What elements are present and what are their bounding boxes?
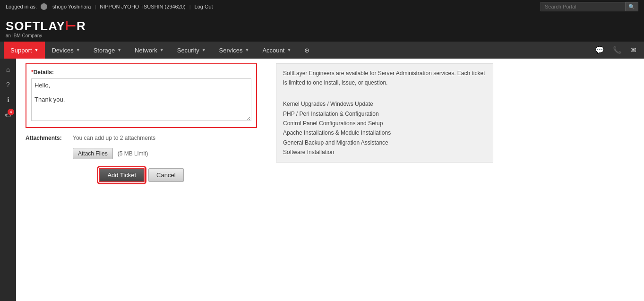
chevron-down-icon: ▼	[34, 48, 39, 52]
nav-item-more[interactable]: ⊕	[298, 42, 316, 59]
chevron-down-icon: ▼	[245, 48, 249, 52]
info-item-5: General Backup and Migration Assistance	[283, 138, 486, 147]
search-button[interactable]: 🔍	[626, 2, 638, 11]
info-item-1: Kernel Upgrades / Windows Update	[283, 99, 486, 109]
attachments-info: You can add up to 2 attachments	[73, 135, 155, 141]
info-item-6: Software Installation	[283, 147, 486, 157]
info-items-list: Kernel Upgrades / Windows Update PHP / P…	[283, 99, 486, 157]
nav-item-support[interactable]: Support ▼	[4, 42, 45, 59]
message-icon[interactable]: ✉	[628, 46, 638, 54]
company-label: NIPPON JYOHO TSUSHIN (294620)	[100, 4, 185, 9]
logo-text: SOFTLAY⊢R	[6, 20, 86, 32]
sidebar-item-info[interactable]: ℹ	[1, 93, 15, 107]
content-left: *Details: Hello, Thank you, Attachments:…	[26, 63, 257, 192]
separator1: |	[94, 4, 96, 9]
nav-item-account[interactable]: Account ▼	[256, 42, 298, 59]
phone-icon[interactable]: 📞	[611, 46, 624, 54]
home-icon: ⌂	[6, 66, 10, 73]
page-layout: ⌂ ? ℹ 🏷 4 *Details: Hello, Thank you,	[0, 59, 644, 301]
nav-item-devices[interactable]: Devices ▼	[45, 42, 86, 59]
chat-icon[interactable]: 💬	[593, 46, 606, 54]
help-icon: ?	[6, 81, 10, 88]
nav-item-network[interactable]: Network ▼	[128, 42, 171, 59]
details-label: *Details:	[31, 69, 251, 76]
cancel-button[interactable]: Cancel	[148, 168, 183, 182]
add-ticket-button[interactable]: Add Ticket	[99, 168, 145, 182]
chevron-down-icon: ▼	[117, 48, 121, 52]
top-bar: Logged in as: shogo Yoshihara | NIPPON J…	[0, 0, 644, 13]
nav-item-services[interactable]: Services ▼	[213, 42, 256, 59]
logged-in-label: Logged in as:	[6, 4, 37, 9]
chevron-down-icon: ▼	[202, 48, 206, 52]
search-input[interactable]	[541, 2, 626, 11]
chevron-down-icon: ▼	[287, 48, 291, 52]
logo-end-text: R	[77, 19, 86, 33]
content-right: SoftLayer Engineers are available for Se…	[266, 63, 635, 192]
sidebar-item-help[interactable]: ?	[1, 77, 15, 92]
info-icon: ℹ	[7, 96, 9, 103]
more-icon: ⊕	[304, 47, 309, 54]
info-item-2: PHP / Perl Installation & Configuration	[283, 109, 486, 119]
nav-item-security[interactable]: Security ▼	[171, 42, 213, 59]
attachments-row: Attachments: You can add up to 2 attachm…	[26, 135, 257, 141]
separator2: |	[189, 4, 191, 9]
details-section: *Details: Hello, Thank you,	[26, 63, 257, 128]
details-textarea[interactable]: Hello, Thank you,	[31, 78, 251, 121]
header: SOFTLAY⊢R an IBM Company	[0, 13, 644, 42]
chevron-down-icon: ▼	[76, 48, 80, 52]
attach-files-row: Attach Files (5 MB Limit)	[26, 148, 257, 159]
details-label-text: Details:	[34, 69, 54, 76]
user-icon	[41, 3, 47, 10]
nav-right-icons: 💬 📞 ✉	[593, 42, 644, 59]
size-limit-text: (5 MB Limit)	[118, 150, 148, 157]
info-item-4: Apache Installations & Module Installati…	[283, 128, 486, 138]
search-area: 🔍	[541, 2, 638, 11]
sidebar-item-home[interactable]: ⌂	[1, 62, 15, 77]
logo-slash-icon: ⊢	[65, 19, 77, 33]
sidebar-item-tags[interactable]: 🏷 4	[1, 108, 15, 122]
sidebar: ⌂ ? ℹ 🏷 4	[0, 59, 16, 301]
attach-files-button[interactable]: Attach Files	[73, 148, 113, 159]
info-item-3: Control Panel Configurations and Setup	[283, 119, 486, 128]
logo: SOFTLAY⊢R an IBM Company	[6, 20, 86, 38]
logo-sub-text: an IBM Company	[6, 33, 42, 38]
logout-link[interactable]: Log Out	[195, 4, 213, 9]
content-flex: *Details: Hello, Thank you, Attachments:…	[26, 63, 635, 192]
username-link[interactable]: shogo Yoshihara	[52, 4, 91, 9]
nav-item-storage[interactable]: Storage ▼	[87, 42, 128, 59]
account-id-link[interactable]: 294620	[166, 4, 184, 9]
logo-main-text: SOFTLAY	[6, 19, 65, 33]
attachments-label: Attachments:	[26, 135, 68, 141]
chevron-down-icon: ▼	[160, 48, 164, 52]
actions-row: Add Ticket Cancel	[26, 168, 257, 182]
tag-badge: 4	[8, 109, 14, 115]
info-intro: SoftLayer Engineers are available for Se…	[283, 69, 486, 88]
nav-bar: Support ▼ Devices ▼ Storage ▼ Network ▼ …	[0, 42, 644, 59]
main-content: *Details: Hello, Thank you, Attachments:…	[16, 59, 644, 301]
info-panel: SoftLayer Engineers are available for Se…	[276, 63, 493, 163]
